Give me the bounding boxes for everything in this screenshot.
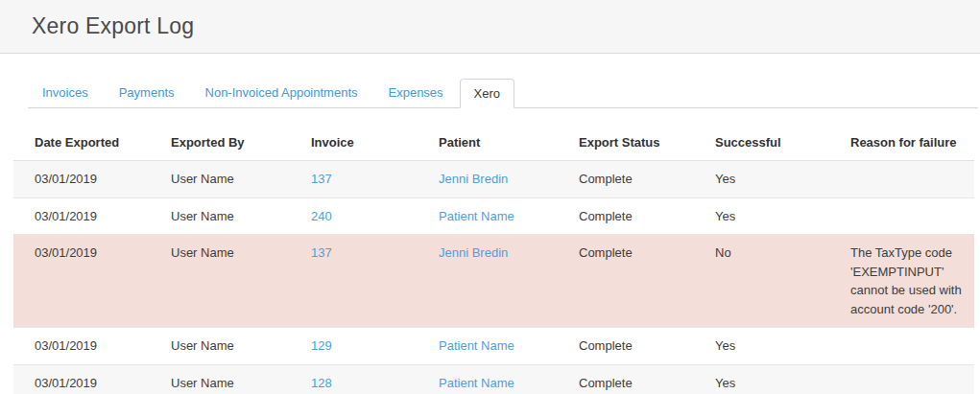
- date-exported-cell: 03/01/2019: [13, 328, 150, 365]
- date-exported-cell: 03/01/2019: [13, 161, 150, 198]
- table-row: 03/01/2019 User Name 128 Patient Name Co…: [13, 364, 974, 394]
- exported-by-cell: User Name: [150, 328, 290, 365]
- column-header-date-exported: Date Exported: [13, 124, 150, 161]
- export-status-cell: Complete: [558, 197, 694, 235]
- table-row: 03/01/2019 User Name 240 Patient Name Co…: [13, 197, 974, 235]
- invoice-cell: 129: [290, 328, 418, 365]
- table-row: 03/01/2019 User Name 137 Jenni Bredin Co…: [13, 235, 974, 328]
- patient-link[interactable]: Patient Name: [439, 338, 514, 353]
- invoice-cell: 240: [290, 197, 418, 235]
- exported-by-cell: User Name: [150, 235, 290, 328]
- tab-expenses[interactable]: Expenses: [374, 78, 458, 107]
- invoice-link[interactable]: 137: [311, 245, 332, 260]
- reason-cell: [829, 197, 974, 235]
- patient-link[interactable]: Patient Name: [439, 376, 514, 390]
- patient-link[interactable]: Jenni Bredin: [439, 245, 508, 260]
- invoice-link[interactable]: 240: [311, 209, 332, 223]
- patient-link[interactable]: Patient Name: [439, 209, 514, 223]
- exported-by-cell: User Name: [150, 364, 290, 394]
- date-exported-cell: 03/01/2019: [13, 235, 150, 328]
- export-status-cell: Complete: [558, 328, 694, 365]
- date-exported-cell: 03/01/2019: [13, 364, 150, 394]
- table-header-row: Date ExportedExported ByInvoicePatientEx…: [13, 124, 974, 161]
- page-title: Xero Export Log: [32, 13, 194, 39]
- export-status-cell: Complete: [558, 364, 694, 394]
- tab-bar: InvoicesPaymentsNon-Invoiced Appointment…: [28, 78, 978, 108]
- table-row: 03/01/2019 User Name 137 Jenni Bredin Co…: [13, 161, 974, 198]
- export-status-cell: Complete: [558, 161, 694, 198]
- invoice-link[interactable]: 128: [311, 376, 332, 390]
- invoice-cell: 128: [290, 364, 418, 394]
- table-header: Date ExportedExported ByInvoicePatientEx…: [13, 124, 974, 161]
- reason-cell: The TaxType code 'EXEMPTINPUT' cannot be…: [829, 235, 974, 328]
- patient-cell: Jenni Bredin: [418, 235, 558, 328]
- successful-cell: Yes: [694, 197, 829, 235]
- successful-cell: Yes: [694, 161, 829, 198]
- column-header-invoice: Invoice: [290, 124, 418, 161]
- export-log-table: Date ExportedExported ByInvoicePatientEx…: [13, 124, 974, 394]
- patient-cell: Patient Name: [418, 197, 558, 235]
- date-exported-cell: 03/01/2019: [13, 197, 150, 235]
- exported-by-cell: User Name: [150, 197, 290, 235]
- reason-cell: [829, 161, 974, 198]
- invoice-cell: 137: [290, 161, 418, 198]
- exported-by-cell: User Name: [150, 161, 290, 198]
- table-body: 03/01/2019 User Name 137 Jenni Bredin Co…: [13, 161, 974, 394]
- invoice-link[interactable]: 137: [311, 172, 332, 186]
- page-header-bar: Xero Export Log: [0, 0, 980, 54]
- invoice-link[interactable]: 129: [311, 338, 332, 353]
- column-header-successful: Successful: [694, 124, 829, 161]
- reason-cell: [829, 364, 974, 394]
- tab-non-invoiced-appointments[interactable]: Non-Invoiced Appointments: [191, 78, 372, 107]
- column-header-export-status: Export Status: [558, 124, 694, 161]
- export-status-cell: Complete: [558, 235, 694, 328]
- patient-cell: Patient Name: [418, 364, 558, 394]
- successful-cell: Yes: [694, 328, 829, 365]
- column-header-reason-for-failure: Reason for failure: [829, 124, 974, 161]
- tab-xero[interactable]: Xero: [460, 79, 514, 108]
- table-row: 03/01/2019 User Name 129 Patient Name Co…: [13, 328, 974, 365]
- invoice-cell: 137: [290, 235, 418, 328]
- successful-cell: No: [694, 235, 829, 328]
- patient-link[interactable]: Jenni Bredin: [439, 172, 508, 186]
- patient-cell: Patient Name: [418, 328, 558, 365]
- successful-cell: Yes: [694, 364, 829, 394]
- reason-cell: [829, 328, 974, 365]
- patient-cell: Jenni Bredin: [418, 161, 558, 198]
- tab-payments[interactable]: Payments: [105, 78, 189, 107]
- tab-invoices[interactable]: Invoices: [28, 78, 103, 107]
- column-header-exported-by: Exported By: [150, 124, 290, 161]
- column-header-patient: Patient: [418, 124, 558, 161]
